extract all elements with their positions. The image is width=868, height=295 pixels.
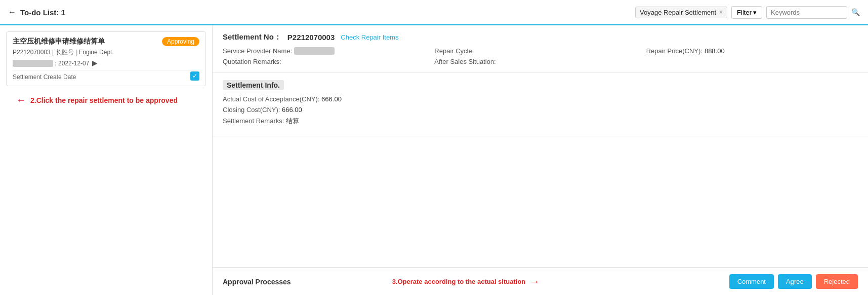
repair-cycle-label: Repair Cycle: [434, 47, 474, 55]
card-dept: Engine Dept. [78, 49, 113, 56]
filter-label: Filter [737, 9, 752, 16]
quotation-remarks-label: Quotation Remarks: [223, 58, 281, 65]
search-icon: 🔍 [851, 8, 860, 16]
repair-price-row: Repair Price(CNY): 888.00 [646, 47, 858, 55]
closing-cost-label: Closing Cost(CNY): [223, 106, 280, 114]
header: ← To-do List: 1 Voyage Repair Settlement… [0, 0, 868, 25]
bottom-bar: Approval Processes 3.Operate according t… [213, 267, 868, 295]
settlement-remarks-value: 结算 [286, 117, 299, 125]
settlement-section: Settlement No： P2212070003 Check Repair … [213, 25, 868, 73]
repair-cycle-row: Repair Cycle: [434, 47, 646, 55]
card-date-sep: : [55, 60, 56, 67]
page-title: To-do List: 1 [20, 8, 65, 17]
card-footer: Settlement Create Date [13, 70, 199, 81]
check-repair-items-link[interactable]: Check Repair Items [341, 33, 398, 41]
service-provider-label: Service Provider Name: [223, 47, 292, 55]
closing-cost-value: 666.00 [282, 106, 302, 114]
after-sales-label: After Sales Situation: [434, 58, 495, 65]
settlement-no-label: Settlement No： [223, 32, 281, 42]
right-arrow-icon: → [529, 276, 540, 287]
header-right: Voyage Repair Settlement × Filter ▾ 🔍 [635, 6, 860, 19]
voyage-tag-close-icon[interactable]: × [719, 9, 723, 16]
voyage-tag-label: Voyage Repair Settlement [640, 9, 716, 16]
filter-button[interactable]: Filter ▾ [731, 6, 762, 19]
closing-cost-row: Closing Cost(CNY): 666.00 [223, 106, 858, 114]
after-sales-row: After Sales Situation: [434, 58, 646, 65]
section-title: Settlement Info. [223, 80, 284, 90]
settlement-no-value: P2212070003 [287, 33, 335, 42]
comment-button[interactable]: Comment [729, 274, 774, 289]
repair-price-value: 888.00 [705, 47, 725, 55]
settlement-detail-grid: Service Provider Name: Repair Cycle: Rep… [223, 47, 858, 65]
actual-cost-row: Actual Cost of Acceptance(CNY): 666.00 [223, 95, 858, 103]
service-provider-row: Service Provider Name: [223, 47, 434, 55]
card-date-value: 2022-12-07 [58, 60, 89, 67]
settlement-card[interactable]: 主空压机维修申请维修结算单 Approving P2212070003 | 长胜… [6, 31, 206, 86]
card-no: P2212070003 [13, 49, 51, 56]
card-meta: P2212070003 | 长胜号 | Engine Dept. [13, 48, 199, 57]
repair-price-label: Repair Price(CNY): [646, 47, 702, 55]
agree-button[interactable]: Agree [778, 274, 812, 289]
left-arrow-icon: ← [16, 94, 26, 106]
service-provider-value [294, 47, 335, 55]
quotation-remarks-row: Quotation Remarks: [223, 58, 434, 65]
card-date-blurred [13, 60, 53, 67]
settlement-remarks-label: Settlement Remarks: [223, 117, 284, 125]
settlement-info-section: Settlement Info. Actual Cost of Acceptan… [213, 73, 868, 136]
card-date: : 2022-12-07 ▶ [13, 59, 199, 67]
spacer [213, 136, 868, 267]
right-panel: Settlement No： P2212070003 Check Repair … [213, 25, 868, 295]
settlement-no: Settlement No： P2212070003 Check Repair … [223, 32, 858, 42]
left-panel: 主空压机维修申请维修结算单 Approving P2212070003 | 长胜… [0, 25, 213, 295]
keywords-input[interactable] [766, 6, 847, 19]
approval-processes-title: Approval Processes [223, 278, 291, 286]
filter-chevron-icon: ▾ [753, 9, 757, 16]
actual-cost-label: Actual Cost of Acceptance(CNY): [223, 95, 319, 103]
voyage-tag: Voyage Repair Settlement × [635, 7, 727, 18]
settlement-remarks-row: Settlement Remarks: 结算 [223, 117, 858, 126]
rejected-button[interactable]: Rejected [816, 274, 858, 289]
card-checkbox-icon: ✓ [190, 71, 199, 81]
card-vessel: 长胜号 [56, 49, 74, 56]
back-arrow-icon[interactable]: ← [8, 8, 16, 17]
approving-badge: Approving [162, 37, 199, 46]
search-button[interactable]: 🔍 [851, 8, 860, 16]
bottom-annotation: 3.Operate according to the actual situat… [392, 276, 540, 287]
left-annotation-text: 2.Click the repair settlement to be appr… [30, 96, 178, 104]
left-annotation: ← 2.Click the repair settlement to be ap… [16, 94, 206, 106]
bottom-annotation-text: 3.Operate according to the actual situat… [392, 278, 526, 285]
main-container: 主空压机维修申请维修结算单 Approving P2212070003 | 长胜… [0, 25, 868, 295]
header-left: ← To-do List: 1 [8, 8, 65, 17]
bottom-buttons: Comment Agree Rejected [729, 274, 858, 289]
actual-cost-value: 666.00 [321, 95, 342, 103]
